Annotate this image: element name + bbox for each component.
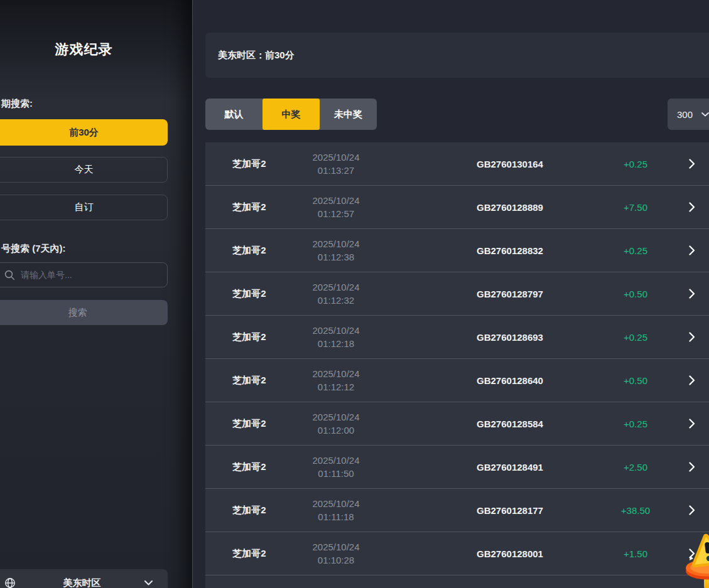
row-date: 2025/10/24 xyxy=(312,237,359,250)
row-datetime: 2025/10/24 01:12:18 xyxy=(293,316,379,358)
search-icon xyxy=(4,270,15,281)
row-time: 01:12:32 xyxy=(318,294,354,307)
globe-icon xyxy=(4,577,16,588)
row-order-number: GB2760128832 xyxy=(447,229,573,272)
row-game-name: 芝加哥2 xyxy=(205,532,293,575)
row-datetime: 2025/10/24 01:12:38 xyxy=(293,229,379,272)
table-row[interactable]: 芝加哥2 2025/10/24 01:12:00 GB2760128584 +0… xyxy=(205,402,709,446)
row-time: 01:12:57 xyxy=(318,207,354,220)
row-chevron-cell xyxy=(684,402,700,445)
row-order-number: GB2760130164 xyxy=(447,142,573,185)
row-game-name: 芝加哥2 xyxy=(205,402,293,445)
tab-not-won[interactable]: 未中奖 xyxy=(320,99,377,130)
order-search-label: 号搜索 (7天內): xyxy=(1,243,66,255)
timezone-header-text: 美东时区：前30分 xyxy=(218,50,295,61)
row-order-number: GB2760128797 xyxy=(447,272,573,315)
chevron-down-icon xyxy=(701,112,709,117)
table-row[interactable]: 芝加哥2 2025/10/24 01:12:12 GB2760128640 +0… xyxy=(205,359,709,402)
row-date: 2025/10/24 xyxy=(312,540,359,553)
row-win-amount: +38.50 xyxy=(601,489,670,532)
row-datetime: 2025/10/24 01:12:32 xyxy=(293,272,379,315)
table-row[interactable]: 芝加哥2 2025/10/24 01:12:38 GB2760128832 +0… xyxy=(205,229,709,272)
row-datetime: 2025/10/24 01:10:28 xyxy=(293,532,379,575)
row-win-amount: +0.25 xyxy=(601,316,670,358)
row-chevron-cell xyxy=(684,142,700,185)
chevron-right-icon[interactable] xyxy=(689,375,695,385)
page-size-select[interactable]: 300 xyxy=(668,99,709,130)
chevron-right-icon[interactable] xyxy=(689,462,695,472)
warning-icon xyxy=(682,531,709,588)
table-row[interactable]: 芝加哥2 2025/10/24 01:13:27 GB2760130164 +0… xyxy=(205,142,709,186)
row-datetime: 2025/10/24 01:11:50 xyxy=(293,446,379,488)
table-row[interactable]: 芝加哥2 2025/10/24 01:11:18 GB2760128177 +3… xyxy=(205,489,709,532)
page-size-value: 300 xyxy=(677,109,693,120)
row-time: 01:12:12 xyxy=(318,380,354,393)
chevron-right-icon[interactable] xyxy=(689,332,695,342)
chevron-right-icon[interactable] xyxy=(689,245,695,255)
tab-default[interactable]: 默认 xyxy=(205,99,262,130)
row-order-number: GB2760128584 xyxy=(447,402,573,445)
table-row[interactable]: 芝加哥2 2025/10/24 01:11:50 GB2760128491 +2… xyxy=(205,446,709,489)
row-win-amount: +0.50 xyxy=(601,359,670,402)
row-game-name: 芝加哥2 xyxy=(205,142,293,185)
row-date: 2025/10/24 xyxy=(312,324,359,337)
table-row[interactable]: 芝加哥2 2025/10/24 01:10:28 GB2760128001 +1… xyxy=(205,532,709,575)
row-datetime: 2025/10/24 01:11:18 xyxy=(293,489,379,532)
timezone-header-panel: 美东时区：前30分 xyxy=(205,33,709,78)
table-row[interactable]: 芝加哥2 2025/10/24 01:12:32 GB2760128797 +0… xyxy=(205,272,709,316)
order-search-box xyxy=(0,262,168,287)
filter-today-button[interactable]: 今天 xyxy=(0,157,168,183)
row-time: 01:12:38 xyxy=(318,250,354,264)
filter-custom-label: 自订 xyxy=(62,201,94,213)
row-chevron-cell xyxy=(684,272,700,315)
chevron-right-icon[interactable] xyxy=(689,505,695,515)
row-datetime: 2025/10/24 01:13:27 xyxy=(293,142,379,185)
filter-today-label: 今天 xyxy=(62,164,94,176)
row-chevron-cell xyxy=(684,186,700,228)
row-win-amount: +2.50 xyxy=(601,446,670,488)
tab-won[interactable]: 中奖 xyxy=(262,99,320,130)
search-button-label: 搜索 xyxy=(68,307,87,319)
row-win-amount: +0.50 xyxy=(601,272,670,315)
filter-last-30min-button[interactable]: 前30分 xyxy=(0,119,168,146)
row-game-name: 芝加哥2 xyxy=(205,359,293,402)
row-order-number: GB2760128640 xyxy=(447,359,573,402)
chevron-right-icon[interactable] xyxy=(689,202,695,212)
row-date: 2025/10/24 xyxy=(312,281,359,294)
row-time: 01:12:00 xyxy=(318,424,354,437)
row-game-name: 芝加哥2 xyxy=(205,489,293,532)
row-time: 01:12:18 xyxy=(318,337,354,350)
row-datetime: 2025/10/24 01:12:12 xyxy=(293,359,379,402)
row-date: 2025/10/24 xyxy=(312,367,359,380)
table-row[interactable]: 芝加哥2 2025/10/24 01:12:18 GB2760128693 +0… xyxy=(205,316,709,359)
table-row-partial[interactable] xyxy=(205,575,709,588)
date-search-label: 期搜索: xyxy=(1,98,33,110)
row-game-name: 芝加哥2 xyxy=(205,186,293,228)
chevron-down-icon xyxy=(144,580,153,585)
row-order-number: GB2760128491 xyxy=(447,446,573,488)
timezone-value: 美东时区 xyxy=(0,577,168,588)
search-button[interactable]: 搜索 xyxy=(0,300,168,325)
row-win-amount: +1.50 xyxy=(601,532,670,575)
table-row[interactable]: 芝加哥2 2025/10/24 01:12:57 GB2760128889 +7… xyxy=(205,186,709,229)
row-game-name: 芝加哥2 xyxy=(205,272,293,315)
order-search-input[interactable] xyxy=(21,270,167,280)
chevron-right-icon[interactable] xyxy=(689,289,695,299)
row-datetime: 2025/10/24 01:12:57 xyxy=(293,186,379,228)
row-time: 01:11:18 xyxy=(318,510,354,523)
row-chevron-cell xyxy=(684,229,700,272)
row-order-number: GB2760128889 xyxy=(447,186,573,228)
chevron-right-icon[interactable] xyxy=(689,419,695,429)
timezone-select[interactable]: 美东时区 xyxy=(0,569,168,588)
row-time: 01:10:28 xyxy=(318,553,354,567)
row-date: 2025/10/24 xyxy=(312,151,359,164)
floating-warning-widget[interactable] xyxy=(682,531,709,588)
chevron-right-icon[interactable] xyxy=(689,159,695,169)
row-win-amount: +0.25 xyxy=(601,142,670,185)
row-win-amount: +0.25 xyxy=(601,229,670,272)
filter-custom-button[interactable]: 自订 xyxy=(0,195,168,220)
row-chevron-cell xyxy=(684,316,700,358)
row-datetime: 2025/10/24 01:12:00 xyxy=(293,402,379,445)
row-game-name: 芝加哥2 xyxy=(205,316,293,358)
row-win-amount: +7.50 xyxy=(601,186,670,228)
